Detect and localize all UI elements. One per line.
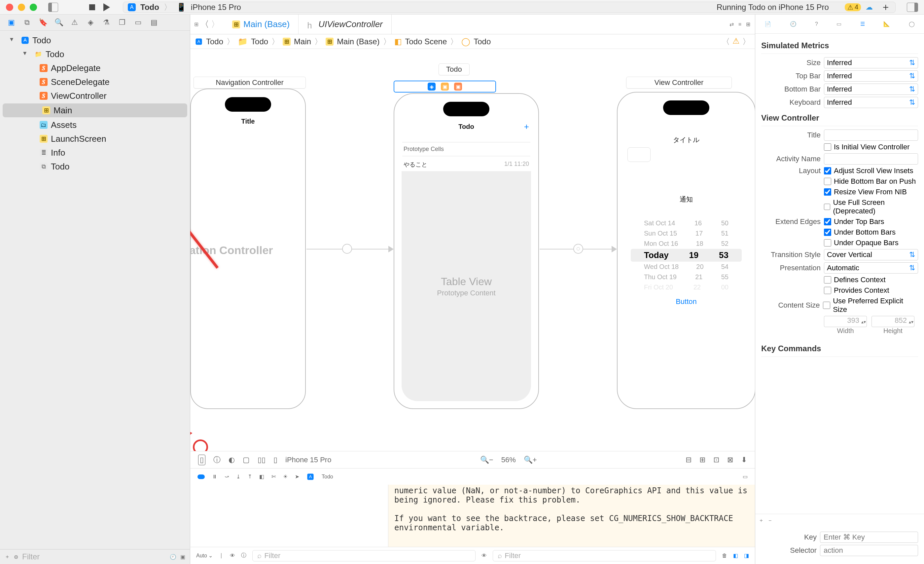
hide-bottom-check[interactable]: Hide Bottom Bar on Push <box>824 177 918 186</box>
debug-icon[interactable]: ❐ <box>118 18 127 27</box>
run-button[interactable] <box>102 3 112 12</box>
zoom-out-icon[interactable]: 🔍− <box>480 456 494 464</box>
prev-issue-icon[interactable]: 〈 <box>722 36 730 47</box>
issues-icon[interactable]: ⚠ <box>70 18 79 27</box>
tab-main[interactable]: ⊞Main (Base) <box>224 15 298 34</box>
file-appdelegate[interactable]: 𝑺AppDelegate <box>0 61 190 75</box>
scene-label-todo[interactable]: Todo <box>438 63 470 75</box>
cloud-icon[interactable]: ☁ <box>866 3 873 12</box>
activity-field[interactable] <box>824 153 918 164</box>
view-debug-icon[interactable]: ◧ <box>259 474 264 480</box>
appearance-icon[interactable]: ◐ <box>228 456 235 464</box>
navigator-filter[interactable]: Filter <box>22 552 166 561</box>
file-main[interactable]: ⊞Main <box>3 104 187 117</box>
phone-detail[interactable]: タイトル 通知 Sat Oct 141650 Sun Oct 151751 Mo… <box>617 92 755 409</box>
bookmark-icon[interactable]: 🔖 <box>38 18 48 27</box>
add-tab-button[interactable]: ＋ <box>881 0 891 14</box>
breadcrumb[interactable]: ATodo〉 📁Todo〉 ⊞Main〉 ⊞Main (Base)〉 ◧Todo… <box>190 35 755 49</box>
under-opaque-check[interactable]: Under Opaque Bars <box>824 239 918 247</box>
quicklook-icon[interactable]: 👁 <box>230 553 235 559</box>
document-outline-toggle[interactable]: ▯ <box>198 455 206 465</box>
zoom-level[interactable]: 56% <box>501 456 516 464</box>
preferred-size-check[interactable]: Use Preferred Explicit Size <box>823 297 918 314</box>
remove-keycmd-icon[interactable]: − <box>768 518 771 524</box>
report-icon[interactable]: ▤ <box>149 18 159 27</box>
transition-popup[interactable]: Cover Vertical⇅ <box>824 249 918 260</box>
size-inspector-icon[interactable]: 📐 <box>884 21 890 27</box>
connections-inspector-icon[interactable]: ◯ <box>909 21 915 27</box>
add-button[interactable]: + <box>524 122 529 132</box>
project-root[interactable]: ATodo <box>0 33 190 47</box>
left-panel-toggle-icon[interactable] <box>48 3 58 12</box>
filter-scope-icon[interactable]: ⊜ <box>14 554 18 560</box>
runtime-issues-icon[interactable]: ⓘ <box>213 455 220 465</box>
height-field[interactable]: 852▴▾ <box>872 316 914 327</box>
process-name[interactable]: Todo <box>322 474 333 480</box>
presentation-popup[interactable]: Automatic⇅ <box>824 262 918 274</box>
key-field[interactable] <box>820 532 918 543</box>
env-override-icon[interactable]: ☀ <box>283 474 288 480</box>
orientation-icon[interactable]: ▢ <box>243 456 250 464</box>
textfield-box[interactable] <box>627 147 651 162</box>
console-visibility-icon[interactable]: 👁 <box>482 553 487 559</box>
recent-clock-icon[interactable]: 🕘 <box>170 554 176 560</box>
source-control-icon[interactable]: ⧉ <box>22 18 32 27</box>
file-launchscreen[interactable]: ⊞LaunchScreen <box>0 132 190 146</box>
scene-label-vc[interactable]: View Controller <box>626 77 732 89</box>
next-issue-icon[interactable]: 〉 <box>742 36 750 47</box>
warning-badge[interactable]: ⚠ 4 <box>845 3 861 11</box>
first-responder-icon[interactable]: ◈ <box>428 83 436 90</box>
group-folder[interactable]: 📁Todo <box>0 47 190 61</box>
canvas-device[interactable]: iPhone 15 Pro <box>285 456 331 464</box>
file-info[interactable]: ≣Info <box>0 146 190 159</box>
swap-icon[interactable]: ⇄ <box>729 21 734 27</box>
storyboard-canvas[interactable]: Navigation Controller Title avigation Co… <box>190 49 755 451</box>
console-output[interactable]: numeric value (NaN, or not-a-number) to … <box>388 485 755 547</box>
issue-warn-icon[interactable]: ⚠ <box>732 36 740 47</box>
file-scenedelegate[interactable]: 𝑺SceneDelegate <box>0 75 190 89</box>
is-initial-check[interactable]: Is Initial View Controller <box>824 143 918 151</box>
add-editor-icon[interactable]: ⊞ <box>746 21 750 27</box>
scene-label-nav[interactable]: Navigation Controller <box>194 77 306 89</box>
adjust-editor-icon[interactable]: ≡ <box>738 21 741 27</box>
right-panel-toggle-icon[interactable] <box>907 3 918 12</box>
detail-button[interactable]: Button <box>618 297 755 306</box>
topbar-popup[interactable]: Inferred⇅ <box>824 71 918 81</box>
size-class-icon[interactable]: ▯▯ <box>258 456 266 464</box>
test-icon[interactable]: ⚗ <box>102 18 111 27</box>
nav-back-icon[interactable]: 〈 <box>201 18 209 30</box>
close-window[interactable] <box>6 4 13 11</box>
selector-field[interactable] <box>820 545 918 556</box>
tag-icon[interactable]: ◈ <box>86 18 95 27</box>
search-icon[interactable]: 🔍 <box>54 18 63 27</box>
breakpoint-icon[interactable]: ▭ <box>134 18 142 27</box>
device-icon[interactable]: ▯ <box>273 456 278 464</box>
date-picker[interactable]: Sat Oct 141650 Sun Oct 151751 Mon Oct 16… <box>631 218 742 292</box>
project-navigator-icon[interactable]: ▣ <box>7 18 16 27</box>
zoom-window[interactable] <box>30 4 37 11</box>
defines-context-check[interactable]: Defines Context <box>824 275 918 284</box>
add-keycmd-icon[interactable]: ＋ <box>759 517 764 524</box>
under-top-check[interactable]: Under Top Bars <box>824 217 884 226</box>
help-inspector-icon[interactable]: ? <box>815 21 818 27</box>
library-download-icon[interactable]: ⬇ <box>741 456 747 464</box>
nav-fwd-icon[interactable]: 〉 <box>211 18 220 30</box>
auto-menu[interactable]: Auto ⌄ <box>196 552 213 559</box>
split-right-icon[interactable]: ◨ <box>744 552 749 559</box>
device-name[interactable]: iPhone 15 Pro <box>191 3 241 12</box>
stop-button[interactable] <box>87 3 97 12</box>
resolve-icon[interactable]: ⊡ <box>713 456 719 464</box>
breakpoints-toggle[interactable] <box>198 474 205 479</box>
width-field[interactable]: 393▴▾ <box>824 316 867 327</box>
step-in-icon[interactable]: ⤓ <box>236 474 240 480</box>
zoom-in-icon[interactable]: 🔍+ <box>524 456 537 464</box>
scene-control-bar[interactable]: ◈ ▣ ▣ <box>394 81 496 93</box>
segue-root-icon[interactable] <box>342 244 352 254</box>
location-icon[interactable]: ➤ <box>295 474 299 480</box>
step-out-icon[interactable]: ⤒ <box>248 474 252 480</box>
resize-nib-check[interactable]: Resize View From NIB <box>824 188 918 196</box>
title-field[interactable] <box>824 129 918 141</box>
fullscreen-check[interactable]: Use Full Screen (Deprecated) <box>824 198 918 215</box>
bottombar-popup[interactable]: Inferred⇅ <box>824 84 918 95</box>
align-icon[interactable]: ⊟ <box>686 456 692 464</box>
